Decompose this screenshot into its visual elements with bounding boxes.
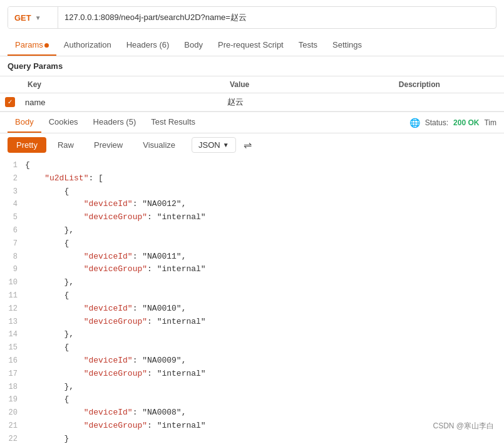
- json-line-content: {: [25, 393, 499, 406]
- param-value[interactable]: 赵云: [222, 93, 391, 111]
- line-number: 20: [5, 406, 25, 419]
- response-status: 🌐 Status: 200 OK Tim: [409, 118, 496, 128]
- tab-pre-request-script[interactable]: Pre-request Script: [210, 35, 291, 56]
- json-line: 9 "deviceGroup": "internal": [0, 263, 504, 276]
- json-line: 7 {: [0, 237, 504, 250]
- resp-tab-raw[interactable]: Raw: [49, 137, 83, 153]
- json-line-content: {: [25, 159, 499, 172]
- json-line: 8 "deviceId": "NA0011",: [0, 250, 504, 264]
- json-line-content: "deviceGroup": "internal": [25, 316, 499, 329]
- json-line-content: "deviceId": "NA0008",: [25, 406, 499, 420]
- params-table: Key Value Description ✓ name 赵云: [0, 76, 504, 111]
- json-line-content: "deviceId": "NA0011",: [25, 250, 499, 264]
- wrap-icon[interactable]: ⇌: [244, 139, 252, 151]
- json-line-content: "deviceGroup": "internal": [25, 368, 499, 381]
- json-line-content: {: [25, 289, 499, 302]
- line-number: 11: [5, 289, 25, 302]
- json-line-content: "deviceId": "NA0012",: [25, 198, 499, 211]
- line-number: 15: [5, 341, 25, 354]
- col-header-key: Key: [20, 76, 222, 93]
- format-selector[interactable]: JSON ▼: [192, 137, 236, 153]
- json-line-content: }: [25, 433, 499, 444]
- param-key[interactable]: name: [20, 93, 222, 111]
- line-number: 1: [5, 159, 25, 172]
- tab-params[interactable]: Params: [8, 35, 56, 56]
- json-line-content: },: [25, 224, 499, 237]
- status-value: 200 OK: [453, 118, 479, 127]
- json-line: 14 },: [0, 328, 504, 341]
- json-line: 12 "deviceId": "NA0010",: [0, 302, 504, 316]
- json-line: 17 "deviceGroup": "internal": [0, 368, 504, 381]
- resp-tab-pretty[interactable]: Pretty: [8, 137, 46, 153]
- row-checkbox-cell: ✓: [0, 93, 20, 111]
- tab-authorization[interactable]: Authorization: [56, 35, 119, 56]
- status-label: Status:: [425, 118, 448, 127]
- json-line: 13 "deviceGroup": "internal": [0, 316, 504, 329]
- http-method: GET: [14, 13, 31, 23]
- json-line: 6 },: [0, 224, 504, 237]
- resp-tab-visualize[interactable]: Visualize: [134, 137, 184, 153]
- param-checkbox[interactable]: ✓: [5, 97, 15, 107]
- json-line: 19 {: [0, 393, 504, 406]
- tab-headers[interactable]: Headers (6): [119, 35, 177, 56]
- line-number: 19: [5, 393, 25, 406]
- json-line-content: {: [25, 341, 499, 354]
- json-line-content: "deviceId": "NA0009",: [25, 354, 499, 368]
- globe-icon: 🌐: [409, 118, 420, 128]
- line-number: 18: [5, 381, 25, 393]
- table-row: ✓ name 赵云: [0, 93, 504, 111]
- line-number: 6: [5, 224, 25, 237]
- line-number: 21: [5, 420, 25, 432]
- json-line-content: },: [25, 276, 499, 289]
- tab-tests[interactable]: Tests: [291, 35, 325, 56]
- json-line: 22 }: [0, 433, 504, 444]
- col-header-value: Value: [222, 76, 391, 93]
- status-extra: Tim: [484, 118, 496, 127]
- params-dot: [44, 43, 49, 48]
- resp-tab-preview[interactable]: Preview: [85, 137, 131, 153]
- line-number: 8: [5, 250, 25, 263]
- line-number: 17: [5, 368, 25, 380]
- tab-cookies[interactable]: Cookies: [41, 112, 86, 133]
- format-label: JSON: [198, 140, 220, 150]
- line-number: 16: [5, 354, 25, 367]
- json-line: 15 {: [0, 341, 504, 354]
- json-line: 16 "deviceId": "NA0009",: [0, 354, 504, 368]
- tab-settings[interactable]: Settings: [325, 35, 369, 56]
- line-number: 4: [5, 198, 25, 210]
- json-line: 5 "deviceGroup": "internal": [0, 211, 504, 224]
- json-line: 11 {: [0, 289, 504, 302]
- method-chevron-icon: ▼: [35, 14, 41, 21]
- col-header-check: [0, 76, 20, 93]
- top-tab-bar: Params Authorization Headers (6) Body Pr…: [0, 35, 504, 56]
- json-line: 4 "deviceId": "NA0012",: [0, 198, 504, 211]
- tab-body[interactable]: Body: [177, 35, 210, 56]
- json-line-content: "deviceGroup": "internal": [25, 420, 499, 433]
- json-line-content: {: [25, 237, 499, 250]
- json-viewer: 1{2 "u2dList": [3 {4 "deviceId": "NA0012…: [0, 157, 504, 444]
- json-line-content: {: [25, 185, 499, 199]
- json-line: 18 },: [0, 381, 504, 394]
- line-number: 12: [5, 302, 25, 315]
- json-line-content: "deviceGroup": "internal": [25, 211, 499, 224]
- format-chevron-icon: ▼: [223, 142, 229, 148]
- json-line-content: "deviceId": "NA0010",: [25, 302, 499, 316]
- checkbox-check-icon: ✓: [8, 99, 13, 105]
- tab-response-headers[interactable]: Headers (5): [86, 112, 144, 133]
- response-format-bar: Pretty Raw Preview Visualize JSON ▼ ⇌: [0, 133, 504, 157]
- line-number: 9: [5, 263, 25, 276]
- body-tab-bar: Body Cookies Headers (5) Test Results 🌐 …: [0, 112, 504, 133]
- url-input[interactable]: [58, 13, 496, 23]
- watermark: CSDN @寒山李白: [433, 421, 494, 431]
- param-description[interactable]: [391, 93, 504, 111]
- tab-response-body[interactable]: Body: [8, 112, 41, 133]
- col-header-desc: Description: [391, 76, 504, 93]
- json-line: 2 "u2dList": [: [0, 172, 504, 185]
- line-number: 2: [5, 172, 25, 185]
- tab-test-results[interactable]: Test Results: [143, 112, 203, 133]
- line-number: 10: [5, 276, 25, 289]
- json-line: 1{: [0, 159, 504, 172]
- line-number: 3: [5, 185, 25, 198]
- method-selector[interactable]: GET ▼: [8, 7, 58, 28]
- line-number: 14: [5, 328, 25, 341]
